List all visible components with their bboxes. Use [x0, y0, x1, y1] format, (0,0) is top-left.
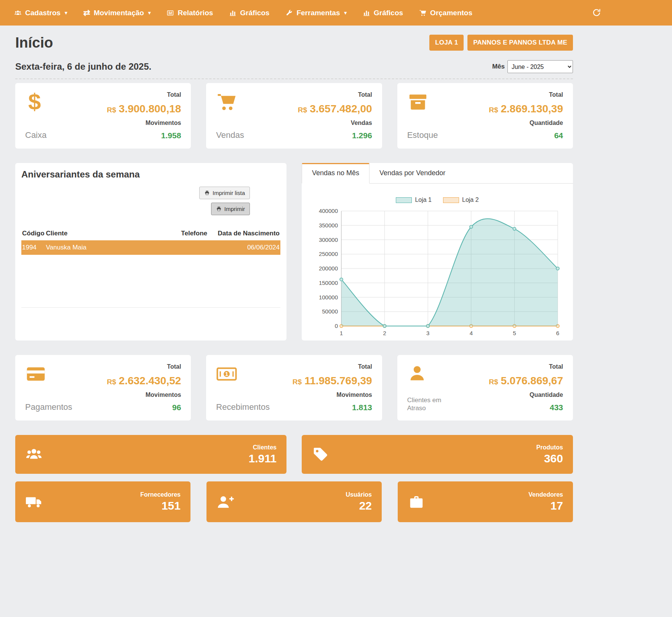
card-name: Caixa — [25, 130, 46, 140]
cell-cliente: Vanuska Maia — [45, 240, 170, 255]
legend-swatch — [443, 197, 459, 203]
clientes-atraso-card: Clientes em Atraso Total R$5.076.869,67 … — [397, 355, 573, 420]
dollar-icon: $ — [25, 91, 46, 113]
bar-chart-icon — [229, 9, 237, 17]
tile-label: Clientes — [249, 444, 277, 451]
tile-produtos[interactable]: Produtos 360 — [302, 435, 573, 474]
nav-item-movimentacao[interactable]: ⇄ Movimentação ▾ — [75, 0, 158, 26]
nav-item-ferramentas[interactable]: Ferramentas ▾ — [277, 0, 355, 26]
svg-text:6: 6 — [556, 330, 559, 336]
refresh-icon[interactable] — [592, 8, 601, 17]
tile-value: 17 — [528, 499, 563, 512]
tile-fornecedores[interactable]: Fornecedores 151 — [15, 481, 190, 522]
total-label: Total — [489, 363, 563, 370]
total-value: R$2.869.130,39 — [489, 103, 563, 115]
col-telefone: Telefone — [170, 227, 208, 240]
users-group-icon — [25, 446, 43, 463]
chart-legend: Loja 1Loja 2 — [309, 197, 566, 203]
tile-value: 151 — [140, 499, 181, 512]
count-value: 1.813 — [293, 403, 372, 412]
nav-item-relatorios[interactable]: Relatórios — [158, 0, 221, 26]
svg-text:1: 1 — [340, 330, 343, 336]
nav-item-cadastros[interactable]: Cadastros ▾ — [6, 0, 75, 26]
tile-label: Usuários — [346, 491, 372, 498]
tab-vendas-no-mes[interactable]: Vendas no Mês — [302, 163, 370, 184]
card-name: Pagamentos — [25, 402, 72, 412]
money-bill-icon: 1 — [216, 363, 269, 386]
tab-vendas-por-vendedor[interactable]: Vendas por Vendedor — [370, 163, 455, 183]
svg-text:4: 4 — [470, 330, 473, 336]
person-icon — [407, 363, 461, 385]
print-list-button[interactable]: Imprimir lista — [199, 187, 250, 199]
count-label: Movimentos — [107, 120, 181, 126]
vendas-card: Vendas Total R$3.657.482,00 Vendas 1.296 — [206, 83, 382, 149]
card-name: Estoque — [407, 130, 438, 140]
exchange-icon: ⇄ — [83, 9, 90, 17]
tile-label: Produtos — [536, 444, 563, 451]
legend-item[interactable]: Loja 1 — [396, 197, 432, 203]
total-value: R$3.657.482,00 — [298, 103, 372, 115]
card-name: Clientes em Atraso — [407, 396, 461, 412]
col-nascimento: Data de Nascimento — [208, 227, 280, 240]
svg-text:3: 3 — [426, 330, 429, 336]
count-value: 1.296 — [298, 131, 372, 140]
sales-tabs: Vendas no Mês Vendas por Vendedor — [302, 163, 573, 184]
caret-down-icon: ▾ — [344, 10, 347, 16]
legend-item[interactable]: Loja 2 — [443, 197, 479, 203]
count-label: Quantidade — [489, 120, 563, 126]
tile-label: Fornecedores — [140, 491, 181, 498]
count-value: 64 — [489, 131, 563, 140]
print-button[interactable]: Imprimir — [211, 203, 250, 215]
count-value: 96 — [107, 403, 181, 412]
company-button[interactable]: PANNOS E PANNOS LTDA ME — [467, 35, 573, 51]
birthdays-card: Aniversariantes da semana Imprimir lista… — [15, 163, 286, 340]
card-name: Recebimentos — [216, 402, 269, 412]
briefcase-icon — [408, 493, 425, 511]
printer-icon — [204, 190, 210, 196]
store-button[interactable]: LOJA 1 — [429, 35, 464, 51]
users-icon — [14, 9, 22, 17]
printer-icon — [216, 206, 222, 212]
nav-label: Relatórios — [178, 9, 213, 17]
svg-text:400000: 400000 — [319, 208, 338, 214]
nav-item-graficos-2[interactable]: Gráficos — [355, 0, 411, 26]
nav-item-graficos-1[interactable]: Gráficos — [221, 0, 277, 26]
svg-text:250000: 250000 — [319, 251, 338, 257]
count-label: Movimentos — [107, 392, 181, 398]
caret-down-icon: ▾ — [148, 10, 151, 16]
tile-label: Vendedores — [528, 491, 563, 498]
divider — [15, 78, 573, 79]
table-row[interactable]: 1994 Vanuska Maia 06/06/2024 — [21, 240, 280, 255]
tile-value: 1.911 — [249, 452, 277, 465]
month-select[interactable]: June - 2025 — [507, 60, 573, 73]
tile-usuarios[interactable]: Usuários 22 — [206, 481, 382, 522]
total-value: R$3.900.800,18 — [107, 103, 181, 115]
tile-value: 22 — [346, 499, 372, 512]
estoque-card: Estoque Total R$2.869.130,39 Quantidade … — [397, 83, 573, 149]
total-label: Total — [107, 91, 181, 98]
svg-text:100000: 100000 — [319, 294, 338, 301]
month-label: Mês — [492, 63, 505, 70]
nav-label: Ferramentas — [296, 9, 340, 17]
count-label: Movimentos — [293, 392, 372, 398]
svg-text:150000: 150000 — [319, 280, 338, 286]
nav-label: Movimentação — [94, 9, 144, 17]
birthdays-table: Código Cliente Telefone Data de Nascimen… — [21, 227, 280, 255]
credit-card-icon — [25, 363, 72, 386]
tile-clientes[interactable]: Clientes 1.911 — [15, 435, 286, 474]
count-label: Vendas — [298, 120, 372, 126]
nav-item-orcamentos[interactable]: Orçamentos — [411, 0, 480, 26]
nav-label: Gráficos — [240, 9, 269, 17]
cart-icon — [216, 91, 244, 114]
tile-vendedores[interactable]: Vendedores 17 — [398, 481, 573, 522]
legend-label: Loja 1 — [415, 197, 432, 203]
current-date: Sexta-feira, 6 de junho de 2025. — [15, 61, 151, 72]
card-name: Vendas — [216, 130, 244, 140]
total-label: Total — [489, 91, 563, 98]
svg-text:5: 5 — [513, 330, 516, 336]
svg-text:1: 1 — [225, 371, 228, 377]
truck-icon — [25, 493, 43, 511]
nav-label: Orçamentos — [430, 9, 472, 17]
count-value: 433 — [489, 403, 563, 412]
total-label: Total — [293, 363, 372, 370]
